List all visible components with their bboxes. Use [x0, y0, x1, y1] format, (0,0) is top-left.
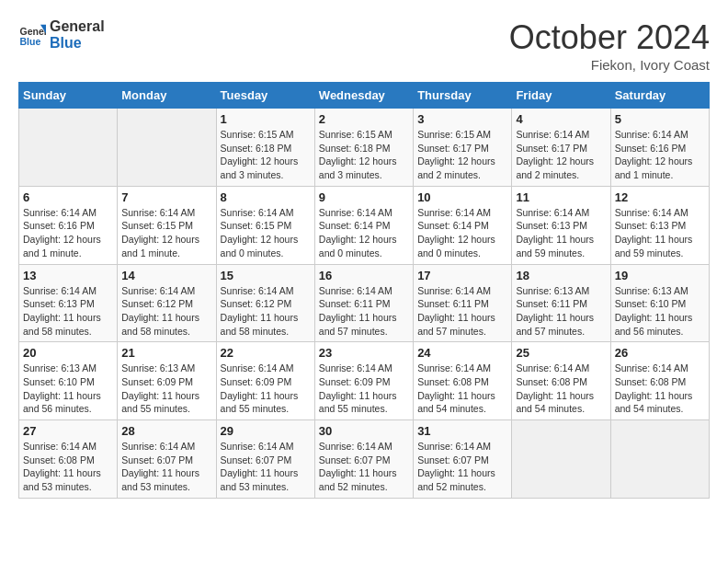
day-number: 27 — [23, 424, 113, 438]
day-detail: Sunrise: 6:14 AM Sunset: 6:16 PM Dayligh… — [615, 128, 705, 182]
day-detail: Sunrise: 6:14 AM Sunset: 6:12 PM Dayligh… — [221, 284, 311, 339]
day-cell: 1Sunrise: 6:15 AM Sunset: 6:18 PM Daylig… — [216, 109, 314, 187]
header-cell-wednesday: Wednesday — [314, 83, 413, 109]
month-title: October 2024 — [509, 18, 710, 57]
day-detail: Sunrise: 6:14 AM Sunset: 6:13 PM Dayligh… — [615, 206, 705, 260]
day-detail: Sunrise: 6:13 AM Sunset: 6:11 PM Dayligh… — [516, 284, 606, 339]
logo-icon: General Blue — [18, 21, 46, 49]
day-cell: 30Sunrise: 6:14 AM Sunset: 6:07 PM Dayli… — [314, 420, 413, 499]
day-detail: Sunrise: 6:13 AM Sunset: 6:09 PM Dayligh… — [121, 362, 211, 416]
day-cell: 7Sunrise: 6:14 AM Sunset: 6:15 PM Daylig… — [118, 186, 216, 264]
day-cell: 28Sunrise: 6:14 AM Sunset: 6:07 PM Dayli… — [118, 420, 216, 499]
day-cell — [118, 109, 216, 187]
day-detail: Sunrise: 6:14 AM Sunset: 6:09 PM Dayligh… — [319, 362, 409, 416]
day-detail: Sunrise: 6:13 AM Sunset: 6:10 PM Dayligh… — [615, 284, 705, 339]
day-number: 14 — [121, 269, 211, 282]
day-number: 1 — [221, 112, 311, 126]
day-detail: Sunrise: 6:14 AM Sunset: 6:07 PM Dayligh… — [319, 440, 409, 494]
title-block: October 2024 Fiekon, Ivory Coast — [509, 18, 710, 73]
day-number: 25 — [516, 346, 606, 360]
day-cell: 26Sunrise: 6:14 AM Sunset: 6:08 PM Dayli… — [610, 342, 709, 420]
day-cell: 16Sunrise: 6:14 AM Sunset: 6:11 PM Dayli… — [314, 264, 413, 342]
day-number: 18 — [516, 269, 606, 282]
day-cell: 13Sunrise: 6:14 AM Sunset: 6:13 PM Dayli… — [19, 264, 118, 342]
day-number: 9 — [319, 190, 409, 204]
day-detail: Sunrise: 6:14 AM Sunset: 6:13 PM Dayligh… — [516, 206, 606, 260]
day-number: 16 — [319, 269, 409, 282]
day-number: 10 — [417, 190, 507, 204]
day-cell: 21Sunrise: 6:13 AM Sunset: 6:09 PM Dayli… — [118, 342, 216, 420]
day-number: 15 — [221, 269, 311, 282]
day-number: 4 — [516, 112, 606, 126]
day-cell: 20Sunrise: 6:13 AM Sunset: 6:10 PM Dayli… — [19, 342, 118, 420]
day-number: 23 — [319, 346, 409, 360]
day-number: 8 — [221, 190, 311, 204]
week-row-5: 27Sunrise: 6:14 AM Sunset: 6:08 PM Dayli… — [19, 420, 710, 499]
day-detail: Sunrise: 6:15 AM Sunset: 6:17 PM Dayligh… — [417, 128, 507, 182]
day-cell: 10Sunrise: 6:14 AM Sunset: 6:14 PM Dayli… — [414, 186, 512, 264]
day-cell: 6Sunrise: 6:14 AM Sunset: 6:16 PM Daylig… — [19, 186, 118, 264]
header-cell-tuesday: Tuesday — [216, 83, 314, 109]
day-number: 30 — [319, 424, 409, 438]
week-row-4: 20Sunrise: 6:13 AM Sunset: 6:10 PM Dayli… — [19, 342, 710, 420]
day-detail: Sunrise: 6:15 AM Sunset: 6:18 PM Dayligh… — [221, 128, 311, 182]
day-cell: 9Sunrise: 6:14 AM Sunset: 6:14 PM Daylig… — [314, 186, 413, 264]
day-number: 11 — [516, 190, 606, 204]
header-row: SundayMondayTuesdayWednesdayThursdayFrid… — [19, 83, 710, 109]
logo: General Blue General Blue — [18, 18, 105, 51]
day-number: 2 — [319, 112, 409, 126]
header-cell-monday: Monday — [118, 83, 216, 109]
day-detail: Sunrise: 6:14 AM Sunset: 6:08 PM Dayligh… — [23, 440, 113, 494]
day-number: 7 — [121, 190, 211, 204]
day-detail: Sunrise: 6:13 AM Sunset: 6:10 PM Dayligh… — [23, 362, 113, 416]
day-number: 17 — [417, 269, 507, 282]
day-detail: Sunrise: 6:14 AM Sunset: 6:15 PM Dayligh… — [221, 206, 311, 260]
day-cell: 23Sunrise: 6:14 AM Sunset: 6:09 PM Dayli… — [314, 342, 413, 420]
day-detail: Sunrise: 6:14 AM Sunset: 6:07 PM Dayligh… — [417, 440, 507, 494]
day-number: 28 — [121, 424, 211, 438]
header-cell-friday: Friday — [512, 83, 610, 109]
day-cell: 19Sunrise: 6:13 AM Sunset: 6:10 PM Dayli… — [610, 264, 709, 342]
day-detail: Sunrise: 6:14 AM Sunset: 6:16 PM Dayligh… — [23, 206, 113, 260]
day-cell: 12Sunrise: 6:14 AM Sunset: 6:13 PM Dayli… — [610, 186, 709, 264]
day-number: 13 — [23, 269, 113, 282]
day-detail: Sunrise: 6:14 AM Sunset: 6:17 PM Dayligh… — [516, 128, 606, 182]
day-cell: 14Sunrise: 6:14 AM Sunset: 6:12 PM Dayli… — [118, 264, 216, 342]
day-number: 31 — [417, 424, 507, 438]
day-cell: 22Sunrise: 6:14 AM Sunset: 6:09 PM Dayli… — [216, 342, 314, 420]
day-detail: Sunrise: 6:14 AM Sunset: 6:14 PM Dayligh… — [319, 206, 409, 260]
calendar-header: SundayMondayTuesdayWednesdayThursdayFrid… — [19, 83, 710, 109]
day-cell: 15Sunrise: 6:14 AM Sunset: 6:12 PM Dayli… — [216, 264, 314, 342]
day-cell: 17Sunrise: 6:14 AM Sunset: 6:11 PM Dayli… — [414, 264, 512, 342]
day-detail: Sunrise: 6:14 AM Sunset: 6:08 PM Dayligh… — [417, 362, 507, 416]
week-row-2: 6Sunrise: 6:14 AM Sunset: 6:16 PM Daylig… — [19, 186, 710, 264]
day-number: 19 — [615, 269, 705, 282]
day-number: 22 — [221, 346, 311, 360]
day-number: 24 — [417, 346, 507, 360]
header-cell-saturday: Saturday — [610, 83, 709, 109]
day-number: 21 — [121, 346, 211, 360]
header-cell-thursday: Thursday — [414, 83, 512, 109]
header-cell-sunday: Sunday — [19, 83, 118, 109]
day-cell — [19, 109, 118, 187]
day-number: 3 — [417, 112, 507, 126]
day-cell: 2Sunrise: 6:15 AM Sunset: 6:18 PM Daylig… — [314, 109, 413, 187]
day-cell — [610, 420, 709, 499]
day-cell: 5Sunrise: 6:14 AM Sunset: 6:16 PM Daylig… — [610, 109, 709, 187]
day-detail: Sunrise: 6:14 AM Sunset: 6:08 PM Dayligh… — [615, 362, 705, 416]
page-header: General Blue General Blue October 2024 F… — [18, 18, 710, 73]
day-cell — [512, 420, 610, 499]
day-detail: Sunrise: 6:14 AM Sunset: 6:08 PM Dayligh… — [516, 362, 606, 416]
calendar-table: SundayMondayTuesdayWednesdayThursdayFrid… — [18, 82, 710, 499]
day-number: 5 — [615, 112, 705, 126]
logo-blue: Blue — [50, 35, 105, 52]
day-number: 20 — [23, 346, 113, 360]
location: Fiekon, Ivory Coast — [509, 57, 710, 73]
day-detail: Sunrise: 6:14 AM Sunset: 6:11 PM Dayligh… — [417, 284, 507, 339]
week-row-1: 1Sunrise: 6:15 AM Sunset: 6:18 PM Daylig… — [19, 109, 710, 187]
day-detail: Sunrise: 6:14 AM Sunset: 6:09 PM Dayligh… — [221, 362, 311, 416]
day-cell: 18Sunrise: 6:13 AM Sunset: 6:11 PM Dayli… — [512, 264, 610, 342]
day-detail: Sunrise: 6:14 AM Sunset: 6:13 PM Dayligh… — [23, 284, 113, 339]
svg-text:Blue: Blue — [20, 35, 41, 46]
day-number: 26 — [615, 346, 705, 360]
